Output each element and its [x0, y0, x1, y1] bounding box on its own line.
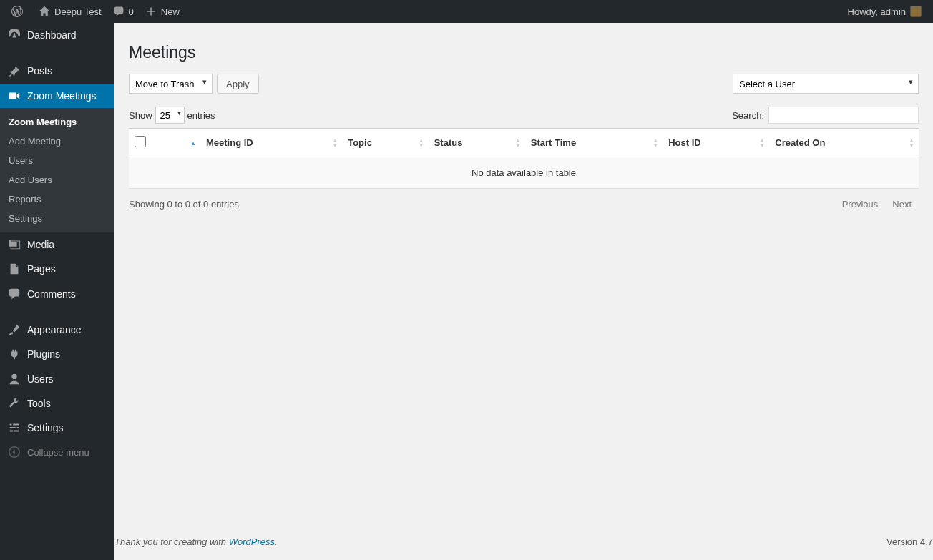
wp-footer: Thank you for creating with WordPress. V… [114, 524, 933, 560]
previous-button[interactable]: Previous [835, 196, 886, 212]
sidebar-item-comments[interactable]: Comments [0, 281, 114, 305]
media-icon [7, 238, 21, 251]
sidebar-item-media[interactable]: Media [0, 232, 114, 257]
column-header-start-time[interactable]: Start Time ▲▼ [525, 129, 663, 157]
collapse-label: Collapse menu [27, 447, 89, 458]
sidebar-item-tools[interactable]: Tools [0, 391, 114, 416]
sidebar-item-users[interactable]: Users [0, 366, 114, 390]
sliders-icon [7, 421, 21, 434]
meetings-table: ▲ Meeting ID ▲▼ Topic ▲▼ Status ▲▼ Start… [129, 128, 919, 189]
site-name: Deepu Test [54, 6, 102, 17]
submenu-item-reports[interactable]: Reports [0, 190, 114, 209]
sidebar-item-settings[interactable]: Settings [0, 416, 114, 440]
sidebar-item-appearance[interactable]: Appearance [0, 318, 114, 342]
column-header-host-id[interactable]: Host ID ▲▼ [663, 129, 769, 157]
sidebar-item-label: Settings [27, 422, 64, 433]
user-select[interactable]: Select a User [733, 74, 919, 94]
column-header-meeting-id[interactable]: Meeting ID ▲▼ [200, 129, 342, 157]
sidebar-item-label: Users [27, 373, 54, 385]
footer-thankyou: Thank you for creating with [114, 536, 229, 547]
adminbar: Deepu Test 0 New Howdy, admin [0, 0, 933, 23]
sidebar-item-label: Posts [27, 65, 52, 77]
search-label: Search: [732, 110, 764, 121]
column-header-topic[interactable]: Topic ▲▼ [342, 129, 429, 157]
main-content: Meetings Move to Trash Apply Select a Us… [114, 23, 933, 560]
sidebar-item-label: Media [27, 239, 54, 250]
show-label-post: entries [187, 110, 215, 121]
bulk-action-select[interactable]: Move to Trash [129, 74, 213, 94]
action-row: Move to Trash Apply Select a User [129, 74, 919, 94]
column-header-status[interactable]: Status ▲▼ [429, 129, 525, 157]
sidebar-item-label: Pages [27, 263, 56, 275]
sidebar-item-pages[interactable]: Pages [0, 257, 114, 281]
submenu-item-users[interactable]: Users [0, 151, 114, 170]
sidebar-item-label: Zoom Meetings [27, 90, 96, 102]
sidebar-item-zoom-meetings[interactable]: Zoom Meetings [0, 84, 114, 108]
wrench-icon [7, 397, 21, 410]
table-controls: Show 25 entries Search: [129, 107, 919, 124]
sidebar-item-label: Comments [27, 288, 76, 300]
sidebar-item-dashboard[interactable]: Dashboard [0, 23, 114, 47]
collapse-menu-toggle[interactable]: Collapse menu [0, 440, 114, 464]
comments-count: 0 [129, 6, 134, 17]
account-menu[interactable]: Howdy, admin [842, 0, 927, 23]
submenu-item-add-meeting[interactable]: Add Meeting [0, 132, 114, 151]
sidebar-item-label: Appearance [27, 324, 82, 335]
new-label: New [161, 6, 180, 17]
sidebar-item-label: Tools [27, 398, 51, 409]
pin-icon [7, 64, 21, 77]
no-data-row: No data available in table [129, 157, 919, 189]
site-name-link[interactable]: Deepu Test [33, 0, 107, 23]
sidebar-submenu-zoom: Zoom Meetings Add Meeting Users Add User… [0, 108, 114, 232]
footer-wordpress-link[interactable]: WordPress [229, 536, 275, 547]
page-icon [7, 262, 21, 275]
sidebar-item-plugins[interactable]: Plugins [0, 342, 114, 366]
footer-version: Version 4.7 [886, 536, 933, 547]
dashboard-icon [7, 29, 21, 41]
admin-sidebar: Dashboard Posts Zoom Meetings Zoom Meeti… [0, 23, 114, 560]
video-icon [7, 89, 21, 102]
column-header-checkbox [129, 129, 157, 157]
table-footer: Showing 0 to 0 of 0 entries Previous Nex… [129, 189, 919, 212]
home-icon [39, 6, 50, 18]
page-title: Meetings [129, 30, 919, 74]
submenu-item-zoom-meetings[interactable]: Zoom Meetings [0, 112, 114, 132]
plus-icon [145, 6, 157, 18]
sidebar-item-posts[interactable]: Posts [0, 59, 114, 83]
wp-logo-menu[interactable] [6, 0, 33, 23]
submenu-item-add-users[interactable]: Add Users [0, 170, 114, 190]
sidebar-item-label: Dashboard [27, 29, 77, 41]
comments-link[interactable]: 0 [107, 0, 140, 23]
next-button[interactable]: Next [885, 196, 919, 212]
brush-icon [7, 323, 21, 336]
submenu-item-settings[interactable]: Settings [0, 209, 114, 228]
column-header-sortnum[interactable]: ▲ [157, 129, 200, 157]
table-info: Showing 0 to 0 of 0 entries [129, 199, 239, 210]
comment-icon [113, 6, 124, 18]
user-icon [7, 372, 21, 385]
comment-icon [7, 287, 21, 300]
sidebar-item-label: Plugins [27, 348, 60, 360]
show-label-pre: Show [129, 110, 152, 121]
apply-button[interactable]: Apply [217, 74, 259, 94]
greeting-text: Howdy, admin [848, 6, 906, 17]
collapse-icon [7, 446, 21, 458]
select-all-checkbox[interactable] [135, 136, 146, 147]
new-content-link[interactable]: New [140, 0, 185, 23]
footer-period: . [275, 536, 278, 547]
plug-icon [7, 348, 21, 360]
column-header-created-on[interactable]: Created On ▲▼ [769, 129, 919, 157]
search-input[interactable] [768, 107, 919, 124]
wordpress-icon [11, 6, 23, 18]
page-length-select[interactable]: 25 [155, 107, 185, 124]
avatar [910, 6, 922, 17]
